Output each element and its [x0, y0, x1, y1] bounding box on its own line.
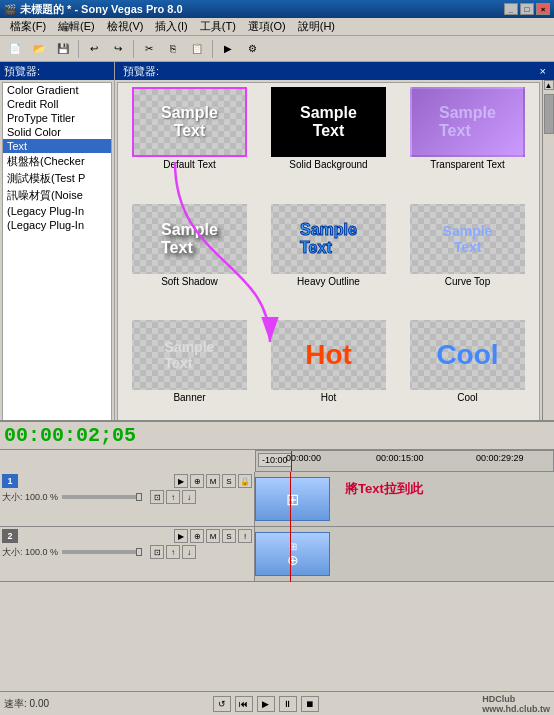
- preset-label-outline: Heavy Outline: [297, 276, 360, 287]
- track-1-block[interactable]: ⊞: [255, 477, 330, 521]
- preset-cool[interactable]: Cool Cool: [400, 320, 535, 433]
- track-2-block[interactable]: ⊞ ⊕: [255, 532, 330, 576]
- scrollbar-thumb[interactable]: [544, 94, 554, 134]
- render-btn[interactable]: ▶: [217, 39, 239, 59]
- fx-item-legacy2[interactable]: (Legacy Plug-In: [3, 218, 111, 232]
- timeline-top: 00:00:02;05: [0, 422, 554, 450]
- track-2-mute[interactable]: M: [206, 529, 220, 543]
- preset-hot[interactable]: Hot Hot: [261, 320, 396, 433]
- track-2-number: 2: [2, 529, 18, 543]
- pause-btn[interactable]: ⏸: [279, 696, 297, 712]
- preset-thumb-curve: SampleText: [410, 204, 525, 274]
- new-btn[interactable]: 📄: [4, 39, 26, 59]
- track-2-header: 2 ▶ ⊕ M S ! 大小: 100.0 %: [0, 527, 255, 582]
- track-1-slider[interactable]: [62, 495, 142, 499]
- fx-item-checker[interactable]: 棋盤格(Checker: [3, 153, 111, 170]
- preset-label-cool: Cool: [457, 392, 478, 403]
- preset-sample-hot: Hot: [305, 339, 352, 371]
- preset-sample-banner: SampleText: [165, 339, 215, 371]
- fx-item-legacy1[interactable]: (Legacy Plug-In: [3, 204, 111, 218]
- track-2-solo[interactable]: S: [222, 529, 236, 543]
- track-1-lock[interactable]: 🔒: [238, 474, 252, 488]
- track-1-solo[interactable]: S: [222, 474, 236, 488]
- play-btn[interactable]: ▶: [257, 696, 275, 712]
- redo-btn[interactable]: ↪: [107, 39, 129, 59]
- track-1-extra1[interactable]: ⊡: [150, 490, 164, 504]
- menu-insert[interactable]: 插入(I): [149, 18, 193, 35]
- track-2-extra1[interactable]: ⊡: [150, 545, 164, 559]
- track-1-btn2[interactable]: ⊕: [190, 474, 204, 488]
- presets-header: 預覽器: ×: [115, 62, 554, 80]
- save-btn[interactable]: 💾: [52, 39, 74, 59]
- preset-sample-outline: SampleText: [300, 221, 357, 257]
- settings-btn[interactable]: ⚙: [241, 39, 263, 59]
- preset-solid-bg[interactable]: SampleText Solid Background: [261, 87, 396, 200]
- track-2-vol-label: 大小: 100.0 %: [2, 546, 58, 559]
- stop-btn[interactable]: ⏹: [301, 696, 319, 712]
- toolbar-sep3: [212, 40, 213, 58]
- fx-item-test-p[interactable]: 測試模板(Test P: [3, 170, 111, 187]
- fx-item-solid-color[interactable]: Solid Color: [3, 125, 111, 139]
- track-2-extra2[interactable]: ↑: [166, 545, 180, 559]
- toolbar-sep1: [78, 40, 79, 58]
- ruler-spacer: [0, 450, 255, 472]
- open-btn[interactable]: 📂: [28, 39, 50, 59]
- presets-scrollbar[interactable]: ▲ ▼: [542, 80, 554, 440]
- preset-sample-shadow: SampleText: [161, 221, 218, 257]
- menu-edit[interactable]: 編輯(E): [52, 18, 101, 35]
- preset-label-solid: Solid Background: [289, 159, 367, 170]
- fx-item-text[interactable]: Text: [3, 139, 111, 153]
- menu-file[interactable]: 檔案(F): [4, 18, 52, 35]
- track-2-slider-thumb[interactable]: [136, 548, 142, 556]
- preset-label-transparent: Transparent Text: [430, 159, 504, 170]
- watermark: HDClubwww.hd.club.tw: [482, 694, 550, 714]
- preset-thumb-shadow: SampleText: [132, 204, 247, 274]
- undo-btn[interactable]: ↩: [83, 39, 105, 59]
- preset-heavy-outline[interactable]: SampleText Heavy Outline: [261, 204, 396, 317]
- loop-btn[interactable]: ↺: [213, 696, 231, 712]
- fx-item-protype[interactable]: ProType Titler: [3, 111, 111, 125]
- track-1-volume-row: 大小: 100.0 % ⊡ ↑ ↓: [2, 490, 252, 504]
- rewind-btn[interactable]: ⏮: [235, 696, 253, 712]
- track-2-controls: 2 ▶ ⊕ M S ! 大小: 100.0 %: [0, 527, 255, 581]
- preset-thumb-hot: Hot: [271, 320, 386, 390]
- track-2-btn2[interactable]: ⊕: [190, 529, 204, 543]
- track-2-slider[interactable]: [62, 550, 142, 554]
- preset-sample-solid: SampleText: [300, 104, 357, 140]
- preset-default-text[interactable]: SampleText Default Text: [122, 87, 257, 200]
- preset-banner[interactable]: SampleText Banner: [122, 320, 257, 433]
- ruler-mark-29: 00:00:29:29: [476, 453, 524, 463]
- preset-thumb-outline: SampleText: [271, 204, 386, 274]
- track-2-btn1[interactable]: ▶: [174, 529, 188, 543]
- track-1-btn1[interactable]: ▶: [174, 474, 188, 488]
- track-1-mute[interactable]: M: [206, 474, 220, 488]
- fx-item-color-gradient[interactable]: Color Gradient: [3, 83, 111, 97]
- paste-btn[interactable]: 📋: [186, 39, 208, 59]
- close-btn[interactable]: ×: [536, 3, 550, 15]
- preset-soft-shadow[interactable]: SampleText Soft Shadow: [122, 204, 257, 317]
- track-1-extra3[interactable]: ↓: [182, 490, 196, 504]
- track-2-timeline: ⊞ ⊕: [255, 527, 554, 582]
- fx-list[interactable]: Color Gradient Credit Roll ProType Title…: [2, 82, 112, 446]
- fx-item-noise[interactable]: 訊噪材質(Noise: [3, 187, 111, 204]
- track-1-extra2[interactable]: ↑: [166, 490, 180, 504]
- menu-tools[interactable]: 工具(T): [194, 18, 242, 35]
- menu-help[interactable]: 說明(H): [292, 18, 341, 35]
- track-2-extra3[interactable]: ↓: [182, 545, 196, 559]
- preset-label-shadow: Soft Shadow: [161, 276, 218, 287]
- cut-btn[interactable]: ✂: [138, 39, 160, 59]
- minimize-btn[interactable]: _: [504, 3, 518, 15]
- track-2-lock[interactable]: !: [238, 529, 252, 543]
- close-presets-icon[interactable]: ×: [540, 65, 546, 77]
- rate-label: 速率: 0.00: [4, 697, 49, 711]
- preset-curve-top[interactable]: SampleText Curve Top: [400, 204, 535, 317]
- track-1-slider-thumb[interactable]: [136, 493, 142, 501]
- maximize-btn[interactable]: □: [520, 3, 534, 15]
- copy-btn[interactable]: ⎘: [162, 39, 184, 59]
- menu-options[interactable]: 選項(O): [242, 18, 292, 35]
- preset-sample-transparent: SampleText: [439, 104, 496, 140]
- menu-view[interactable]: 檢視(V): [101, 18, 150, 35]
- preset-transparent[interactable]: SampleText Transparent Text: [400, 87, 535, 200]
- toolbar: 📄 📂 💾 ↩ ↪ ✂ ⎘ 📋 ▶ ⚙: [0, 36, 554, 62]
- fx-item-credit-roll[interactable]: Credit Roll: [3, 97, 111, 111]
